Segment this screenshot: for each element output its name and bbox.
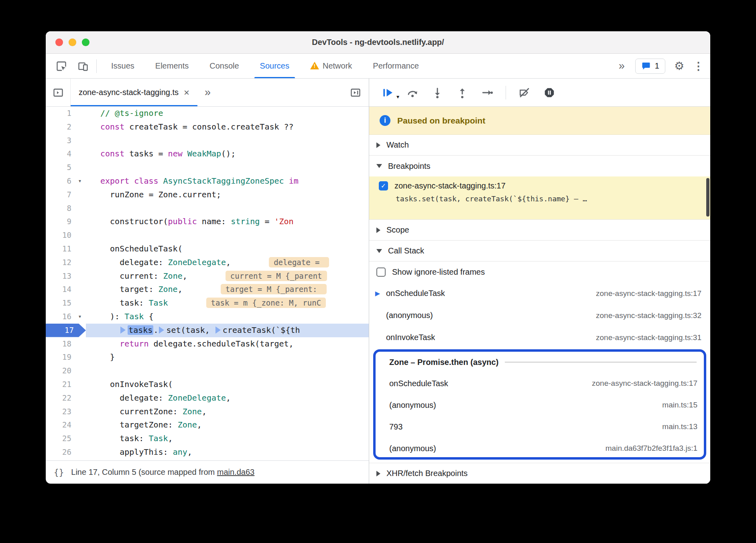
fold-gutter <box>74 215 86 229</box>
call-stack-frame[interactable]: ▶onScheduleTaskzone-async-stack-tagging.… <box>369 282 710 304</box>
frame-location[interactable]: zone-async-stack-tagging.ts:32 <box>588 311 701 320</box>
line-number[interactable]: 19 <box>46 351 74 364</box>
line-number[interactable]: 24 <box>46 418 74 432</box>
line-number[interactable]: 14 <box>46 283 74 296</box>
line-number[interactable]: 13 <box>46 269 74 283</box>
device-toolbar-button[interactable] <box>74 57 92 75</box>
tab-network[interactable]: Network <box>300 54 362 78</box>
line-number[interactable]: 10 <box>46 229 74 242</box>
line-number[interactable]: 20 <box>46 364 74 378</box>
more-files-button[interactable]: » <box>197 79 218 106</box>
code-token: string <box>231 217 260 226</box>
inline-breakpoint-icon[interactable] <box>120 326 126 334</box>
step-out-icon[interactable] <box>456 86 469 99</box>
fold-arrow-icon[interactable]: ▾ <box>74 174 86 188</box>
zoom-window-button[interactable] <box>82 38 89 46</box>
code-editor[interactable]: 1// @ts-ignore2const createTask = consol… <box>46 107 369 460</box>
tab-performance[interactable]: Performance <box>362 54 429 78</box>
resume-dropdown-caret-icon[interactable] <box>396 93 399 100</box>
frame-location[interactable]: main.da63f7b2fe3f1fa3.js:1 <box>597 444 697 453</box>
line-number[interactable]: 22 <box>46 391 74 405</box>
more-panels-button[interactable]: » <box>617 60 626 72</box>
step-over-icon[interactable] <box>406 86 419 99</box>
close-tab-icon[interactable]: × <box>184 87 189 98</box>
code-token: return <box>120 339 148 348</box>
section-xhr-breakpoints[interactable]: XHR/fetch Breakpoints <box>369 463 710 484</box>
pretty-print-button[interactable]: {} <box>54 468 64 477</box>
line-number[interactable]: 11 <box>46 242 74 256</box>
fold-arrow-icon[interactable]: ▾ <box>74 310 86 324</box>
tab-sources[interactable]: Sources <box>250 54 300 78</box>
close-window-button[interactable] <box>55 38 63 46</box>
fold-gutter <box>74 296 86 310</box>
section-breakpoints[interactable]: Breakpoints <box>369 156 710 176</box>
code-line-5: 5 <box>46 161 369 174</box>
ignore-listed-row[interactable]: Show ignore-listed frames <box>369 261 710 282</box>
toggle-navigator-icon[interactable] <box>46 79 71 106</box>
line-number[interactable]: 2 <box>46 120 74 134</box>
more-options-icon[interactable]: ⋮ <box>693 60 704 73</box>
inspect-element-button[interactable] <box>52 57 71 75</box>
line-number[interactable]: 16 <box>46 310 74 324</box>
code-token: tasks <box>128 325 153 335</box>
breakpoint-entry[interactable]: ✓ zone-async-stack-tagging.ts:17 tasks.s… <box>369 176 710 220</box>
inline-breakpoint-icon[interactable] <box>215 326 221 334</box>
panel-tabs: IssuesElementsConsoleSourcesNetworkPerfo… <box>101 54 429 78</box>
tab-elements[interactable]: Elements <box>145 54 199 78</box>
frame-location[interactable]: zone-async-stack-tagging.ts:31 <box>588 333 701 342</box>
call-stack-frame[interactable]: 793main.ts:13 <box>376 416 704 438</box>
frame-location[interactable]: main.ts:13 <box>654 422 697 431</box>
line-number[interactable]: 21 <box>46 378 74 391</box>
line-number[interactable]: 5 <box>46 161 74 174</box>
line-number[interactable]: 7 <box>46 188 74 202</box>
section-watch[interactable]: Watch <box>369 135 710 156</box>
settings-gear-icon[interactable]: ⚙ <box>674 59 684 73</box>
minimize-window-button[interactable] <box>69 38 76 46</box>
frame-location[interactable]: zone-async-stack-tagging.ts:17 <box>588 289 701 298</box>
call-stack-frames: ▶onScheduleTaskzone-async-stack-tagging.… <box>369 282 710 348</box>
inline-breakpoint-icon[interactable] <box>159 326 164 334</box>
breakpoint-checkbox[interactable]: ✓ <box>379 181 388 190</box>
execution-line-marker[interactable]: 17 <box>46 324 86 337</box>
step-into-icon[interactable] <box>431 86 444 99</box>
line-number[interactable]: 18 <box>46 337 74 351</box>
source-map-link[interactable]: main.da63 <box>217 468 254 476</box>
line-number[interactable]: 26 <box>46 446 74 459</box>
frame-location[interactable]: main.ts:15 <box>654 401 697 409</box>
call-stack-frame[interactable]: (anonymous)zone-async-stack-tagging.ts:3… <box>369 304 710 326</box>
code-token: , <box>168 434 173 443</box>
window-titlebar[interactable]: DevTools - ng-devtools.netlify.app/ <box>46 31 710 54</box>
line-number[interactable]: 25 <box>46 432 74 446</box>
scrollbar-thumb[interactable] <box>706 178 709 217</box>
tab-console[interactable]: Console <box>199 54 249 78</box>
step-icon[interactable] <box>481 86 494 99</box>
fold-gutter <box>74 269 86 283</box>
tab-label: Elements <box>155 61 189 71</box>
pause-on-exceptions-icon[interactable] <box>543 86 556 99</box>
line-number[interactable]: 9 <box>46 215 74 229</box>
call-stack-frame[interactable]: (anonymous)main.da63f7b2fe3f1fa3.js:1 <box>376 438 704 459</box>
section-scope[interactable]: Scope <box>369 220 710 241</box>
line-number[interactable]: 1 <box>46 107 74 120</box>
line-number[interactable]: 3 <box>46 134 74 148</box>
code-token: target: <box>100 284 159 294</box>
line-number[interactable]: 4 <box>46 147 74 161</box>
section-call-stack[interactable]: Call Stack <box>369 241 710 261</box>
tab-issues[interactable]: Issues <box>101 54 145 78</box>
line-number[interactable]: 23 <box>46 405 74 419</box>
line-number[interactable]: 6 <box>46 174 74 188</box>
line-number[interactable]: 15 <box>46 296 74 310</box>
call-stack-frame[interactable]: onScheduleTaskzone-async-stack-tagging.t… <box>376 373 704 394</box>
call-stack-frame[interactable]: onInvokeTaskzone-async-stack-tagging.ts:… <box>369 326 710 348</box>
call-stack-frame[interactable]: (anonymous)main.ts:15 <box>376 394 704 416</box>
deactivate-breakpoints-icon[interactable] <box>518 86 531 99</box>
resume-icon[interactable] <box>381 86 394 99</box>
ignore-listed-checkbox[interactable] <box>376 267 386 277</box>
toggle-sidebar-icon[interactable] <box>342 79 369 106</box>
line-number[interactable]: 12 <box>46 256 74 269</box>
code-token: tasks = <box>124 149 168 158</box>
console-messages-badge[interactable]: 1 <box>635 59 665 74</box>
line-number[interactable]: 8 <box>46 202 74 215</box>
file-tab[interactable]: zone-async-stack-tagging.ts × <box>71 79 197 106</box>
frame-location[interactable]: zone-async-stack-tagging.ts:17 <box>584 379 697 388</box>
